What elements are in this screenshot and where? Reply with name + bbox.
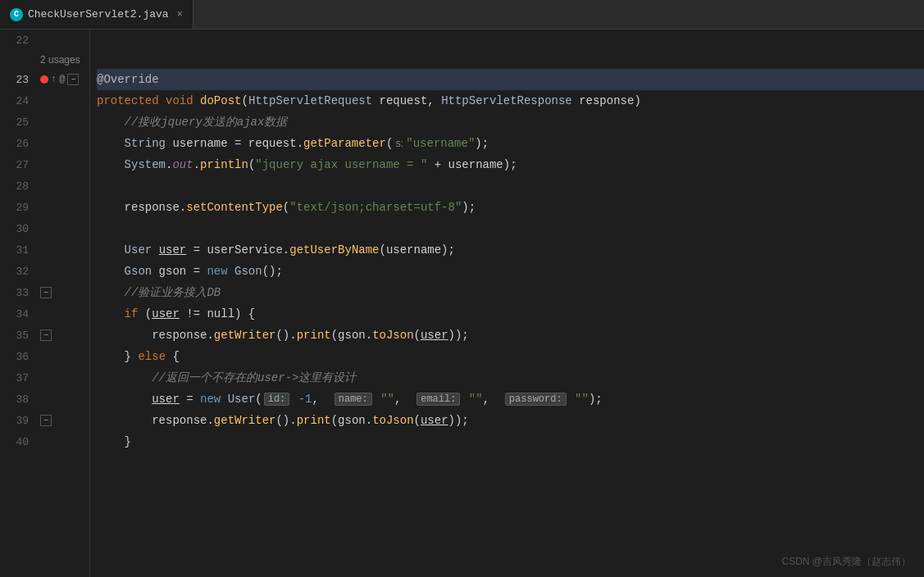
method-getuserbyname: getUserByName xyxy=(289,243,379,257)
paren37b: ); xyxy=(589,393,603,406)
str-empty-email: "" xyxy=(469,393,483,406)
paren31: (); xyxy=(262,265,283,278)
code-line-31: Gson gson = new Gson(); xyxy=(97,261,924,282)
class-gson31: Gson xyxy=(234,265,262,278)
sp25b: ( xyxy=(386,137,393,150)
str-username: "username" xyxy=(406,137,475,150)
class-system: System xyxy=(125,158,166,171)
resp34: response. xyxy=(152,329,214,342)
line-number-30: 30 xyxy=(0,223,37,235)
sp37f xyxy=(568,393,575,406)
indent36 xyxy=(97,371,152,384)
line-number-37: 37 xyxy=(0,372,37,384)
gutter-row-28: 28 xyxy=(0,175,89,197)
kw-new37: new xyxy=(200,393,221,406)
else35: } xyxy=(125,350,139,363)
sp25a: username = request. xyxy=(166,137,303,150)
sp37d xyxy=(374,393,380,406)
class-user37: User xyxy=(228,393,256,406)
line-number-28: 28 xyxy=(0,180,37,193)
sp26c: + username); xyxy=(427,158,517,171)
line-number-35: 35 xyxy=(0,329,37,342)
space1 xyxy=(159,94,166,107)
indent33 xyxy=(97,307,125,320)
paren38b: (gson. xyxy=(331,414,372,427)
fold-icon-33[interactable]: − xyxy=(40,287,52,298)
code-line-38: response.getWriter().print(gson.toJson(u… xyxy=(97,410,924,431)
paren34a: (). xyxy=(275,329,296,342)
gutter-row-23: 23 ↑ @ − xyxy=(0,69,89,90)
space2 xyxy=(193,94,200,107)
code-line-26: System.out.println("jquery ajax username… xyxy=(97,154,924,175)
gutter-row-40: 40 xyxy=(0,431,89,452)
gutter-row-37: 37 xyxy=(0,367,89,388)
gutter-row-38: 38 xyxy=(0,388,89,410)
indent31 xyxy=(97,265,125,278)
gutter-row-34: 34 xyxy=(0,303,89,325)
sp31b xyxy=(228,265,234,278)
bookmark-icon-23: @ xyxy=(59,74,65,85)
gutter-row-39: 39 − xyxy=(0,410,89,431)
space4: response) xyxy=(572,94,641,107)
field-out: out xyxy=(172,158,193,171)
method-getparam: getParameter xyxy=(303,137,386,150)
method-print38: print xyxy=(297,414,331,427)
gutter-icons-35: − xyxy=(37,329,82,341)
sp30b: = userService. xyxy=(186,243,289,257)
kw-else: else xyxy=(138,350,166,363)
resp38: response. xyxy=(152,414,214,427)
paren38c: ( xyxy=(414,414,421,427)
sp33b: != null) { xyxy=(180,307,255,320)
editor-area: 22 2 usages 23 ↑ @ − 24 25 xyxy=(0,30,924,577)
indent24 xyxy=(97,116,125,129)
var-user34: user xyxy=(421,329,448,342)
sp37c xyxy=(291,393,298,406)
paren30a: (username); xyxy=(379,243,454,257)
line-number-25: 25 xyxy=(0,116,37,129)
indent32 xyxy=(97,286,125,299)
code-line-22 xyxy=(97,30,924,51)
paren28a: ( xyxy=(283,201,289,214)
space3: request, xyxy=(372,94,441,107)
hint-name: name: xyxy=(335,393,372,406)
method-getwriter34: getWriter xyxy=(214,329,276,342)
str-contenttype: "text/json;charset=utf-8" xyxy=(289,201,462,214)
var-response28: response. xyxy=(125,201,187,214)
code-editor[interactable]: @Override protected void doPost(HttpServ… xyxy=(90,30,924,577)
num-neg1: -1 xyxy=(298,393,312,406)
gutter-row-36: 36 xyxy=(0,346,89,367)
comment-32: //验证业务接入DB xyxy=(125,285,221,300)
code-line-33: if (user != null) { xyxy=(97,303,924,325)
fold-icon-39[interactable]: − xyxy=(40,415,52,426)
code-line-29 xyxy=(97,218,924,239)
close-tab-button[interactable]: × xyxy=(177,9,183,20)
paren38a: (). xyxy=(275,414,296,427)
fold-icon-23[interactable]: − xyxy=(67,74,79,85)
line-number-34: 34 xyxy=(0,308,37,320)
param-hint-s: s: xyxy=(393,138,406,149)
indent34 xyxy=(97,329,152,342)
file-tab[interactable]: C CheckUserServlet2.java × xyxy=(0,0,193,29)
paren1: ( xyxy=(241,94,248,107)
gutter-row-25: 25 xyxy=(0,111,89,133)
tab-bar: C CheckUserServlet2.java × xyxy=(0,0,924,30)
code-line-28: response.setContentType("text/json;chars… xyxy=(97,197,924,218)
sp37a: = xyxy=(180,393,200,406)
breakpoint-dot-23[interactable] xyxy=(40,75,48,84)
sp35b: { xyxy=(166,350,180,363)
method-getwriter38: getWriter xyxy=(214,414,276,427)
paren26a: ( xyxy=(248,158,255,171)
gutter-icons-39: − xyxy=(37,415,82,426)
comma37c: , xyxy=(483,393,503,406)
line-number-29: 29 xyxy=(0,202,37,214)
paren37a: ( xyxy=(255,393,262,406)
fold-icon-35[interactable]: − xyxy=(40,329,52,341)
type-user30: User xyxy=(125,243,152,257)
dot26b: . xyxy=(193,158,200,171)
param-type2: HttpServletResponse xyxy=(441,94,572,107)
hint-email: email: xyxy=(416,393,460,406)
code-line-27 xyxy=(97,175,924,197)
sp37e xyxy=(462,393,468,406)
line-number-36: 36 xyxy=(0,351,37,363)
indent38 xyxy=(97,414,152,427)
